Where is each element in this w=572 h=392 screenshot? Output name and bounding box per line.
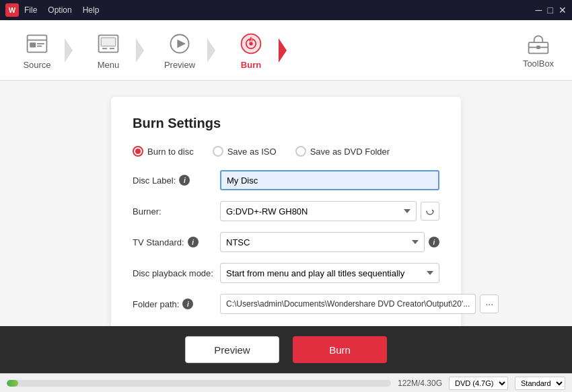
app-logo: W [5,3,19,17]
title-bar: W File Option Help ─ □ ✕ [0,0,572,20]
main-content: Burn Settings Burn to disc Save as ISO S… [0,81,572,326]
toolbar-item-preview[interactable]: Preview [149,20,210,80]
disc-label-control [220,170,439,190]
toolbar-item-burn[interactable]: Burn [221,20,281,80]
tv-standard-info-icon[interactable]: i [188,237,199,247]
folder-path-label-text: Folder path: [133,299,179,309]
tv-standard-row: TV Standard: i NTSC PAL i [133,232,439,252]
disc-label-row: Disc Label: i [133,170,439,190]
tv-standard-label: TV Standard: i [133,237,220,247]
radio-save-as-dvd-folder[interactable]: Save as DVD Folder [295,146,390,157]
folder-path-info-icon[interactable]: i [182,299,193,309]
svg-rect-2 [30,42,36,47]
disc-label-input[interactable] [220,170,439,190]
window-controls: ─ □ ✕ [536,5,567,15]
burn-label: Burn [241,60,261,70]
disc-playback-row: Disc playback mode: Start from menu and … [133,263,439,283]
folder-path-row: Folder path: i C:\Users\admin\Documents\… [133,294,439,314]
status-bar: 122M/4.30G DVD (4.7G) DVD (8.5G) Standar… [0,373,572,392]
burner-select[interactable]: G:DVD+-RW GH80N [220,201,417,221]
burner-control: G:DVD+-RW GH80N [220,201,439,221]
burner-label: Burner: [133,206,220,217]
title-bar-menu: File Option Help [24,5,99,15]
source-arrow [65,38,73,63]
burn-arrow [279,38,287,63]
burn-icon [238,30,264,57]
disc-label-info-icon[interactable]: i [179,175,190,186]
radio-save-as-dvd-label: Save as DVD Folder [310,147,390,157]
radio-save-as-iso[interactable]: Save as ISO [213,146,277,157]
radio-save-as-iso-circle [213,146,223,157]
svg-rect-6 [101,38,116,46]
disc-playback-control: Start from menu and play all titles sequ… [220,263,439,283]
toolbox-label: ToolBox [523,58,554,69]
svg-marker-18 [432,209,434,211]
quality-select[interactable]: Standard High Low [515,377,565,390]
preview-label: Preview [164,60,195,70]
tv-standard-select-wrap: NTSC PAL i [220,232,439,252]
burner-label-text: Burner: [133,206,162,217]
card-title: Burn Settings [133,116,439,131]
folder-path-control: C:\Users\admin\Documents\Wondershare DVD… [220,294,499,314]
radio-burn-to-disc-circle [133,146,143,157]
close-button[interactable]: ✕ [559,5,567,15]
tv-standard-control: NTSC PAL i [220,232,439,252]
toolbar-item-menu[interactable]: Menu [78,20,139,80]
menu-help[interactable]: Help [83,5,100,15]
preview-button[interactable]: Preview [185,336,279,363]
burn-button[interactable]: Burn [293,336,387,363]
menu-arrow [136,38,144,63]
menu-file[interactable]: File [24,5,37,15]
toolbar: Source Menu Preview [0,20,572,81]
menu-label: Menu [98,60,120,70]
preview-arrow [207,38,215,63]
radio-burn-to-disc[interactable]: Burn to disc [133,146,194,157]
radio-save-as-iso-label: Save as ISO [227,147,277,157]
radio-save-as-dvd-circle [295,146,306,157]
folder-path-value: C:\Users\admin\Documents\Wondershare DVD… [226,299,470,309]
radio-burn-to-disc-label: Burn to disc [147,147,194,157]
svg-marker-10 [177,40,186,48]
progress-bar-fill [7,380,18,387]
disc-playback-label: Disc playback mode: [133,268,220,278]
folder-path-browse-button[interactable]: ··· [480,295,499,313]
folder-path-wrap: C:\Users\admin\Documents\Wondershare DVD… [220,294,499,314]
disc-playback-label-text: Disc playback mode: [133,268,213,278]
toolbox-icon [526,32,550,56]
disc-label-text: Disc Label: [133,175,176,186]
burner-select-wrap: G:DVD+-RW GH80N [220,201,439,221]
folder-path-label: Folder path: i [133,299,220,309]
storage-info: 122M/4.30G [398,379,442,388]
tv-standard-right-info-icon[interactable]: i [429,237,439,247]
tv-standard-select[interactable]: NTSC PAL [220,232,425,252]
toolbar-toolbox[interactable]: ToolBox [511,20,565,80]
disc-playback-select[interactable]: Start from menu and play all titles sequ… [220,263,439,283]
minimize-button[interactable]: ─ [536,5,542,15]
svg-point-14 [249,42,252,45]
tv-standard-label-text: TV Standard: [133,237,184,247]
burner-refresh-button[interactable] [421,202,439,221]
menu-option[interactable]: Option [48,5,71,15]
action-bar: Preview Burn [0,326,572,373]
source-icon [24,30,50,57]
disc-label-label: Disc Label: i [133,175,220,186]
progress-bar [7,380,391,387]
toolbar-spacer [281,20,511,80]
svg-rect-17 [536,46,540,49]
maximize-button[interactable]: □ [548,5,553,15]
burn-settings-card: Burn Settings Burn to disc Save as ISO S… [111,97,461,326]
burner-row: Burner: G:DVD+-RW GH80N [133,201,439,221]
menu-icon [95,30,122,57]
disc-type-select[interactable]: DVD (4.7G) DVD (8.5G) [449,377,508,390]
radio-group: Burn to disc Save as ISO Save as DVD Fol… [133,146,439,157]
toolbar-item-source[interactable]: Source [7,20,67,80]
folder-path-text: C:\Users\admin\Documents\Wondershare DVD… [220,294,476,314]
preview-icon [166,30,193,57]
source-label: Source [23,60,50,70]
